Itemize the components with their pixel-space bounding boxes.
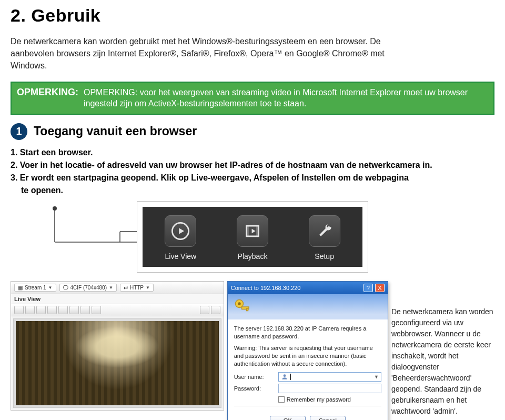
password-input[interactable] [278,384,381,393]
note-body: OPMERKING: voor het weergeven van stream… [84,87,488,109]
dialog-titlebar: Connect to 192.168.30.220 ? X [228,282,388,294]
protocol-value: HTTP [130,285,144,291]
film-icon [237,215,268,247]
toolbar-button[interactable] [25,306,35,314]
ok-button[interactable]: OK [270,416,306,420]
toolbar-button[interactable] [69,306,79,314]
resolution-dropdown[interactable]: 🖵 4CIF (704x480) ▼ [59,284,117,292]
play-circle-icon [165,215,196,247]
tile-label: Live View [152,252,209,261]
sidebar-caption: De netwerkcamera kan worden geconfiguree… [391,281,494,417]
user-icon [281,373,288,381]
toolbar-button[interactable] [211,306,220,314]
tile-label: Playback [224,252,281,261]
section-heading: 2. Gebruik [11,5,494,26]
protocol-dropdown[interactable]: ⇄ HTTP ▼ [120,284,154,292]
tiles-row: Live View Playback Setup [143,207,362,267]
svg-rect-14 [246,308,248,311]
tile-label: Setup [296,252,354,261]
stream-value: Stream 1 [25,285,46,291]
dialog-message-1: The server 192.168.30.220 at IP Camera r… [234,325,381,341]
username-label: User name: [234,374,278,380]
toolbar-button[interactable] [47,306,57,314]
keys-lock-icon [233,297,252,316]
resolution-value: 4CIF (704x480) [70,285,107,291]
monitor-icon: 🖵 [63,285,68,291]
chevron-down-icon[interactable]: ▼ [374,374,379,379]
signal-icon: ⇄ [124,285,128,291]
username-input[interactable]: ▼ [278,372,381,382]
dialog-warning: Warning: This server is requesting that … [234,344,381,368]
instruction-3-line2: te openen. [11,184,473,197]
live-view-window: ▦ Stream 1 ▼ 🖵 4CIF (704x480) ▼ ⇄ HTTP ▼… [11,281,224,411]
svg-rect-8 [247,226,249,236]
help-button[interactable]: ? [363,284,373,292]
step-header: 1 Toegang vanuit een browser [11,123,494,140]
grid-icon: ▦ [18,285,23,291]
stream-dropdown[interactable]: ▦ Stream 1 ▼ [14,284,56,292]
instruction-1: 1. Start een browser. [11,146,473,159]
live-view-tab-label: Live View [11,294,224,304]
chevron-down-icon: ▼ [146,285,150,290]
toolbar-button[interactable] [200,306,209,314]
tile-setup[interactable]: Setup [296,215,354,261]
step-number-badge: 1 [11,123,27,140]
chevron-down-icon: ▼ [109,285,113,290]
toolbar-button[interactable] [80,306,90,314]
toolbar-button[interactable] [14,306,24,314]
remember-label: Remember my password [287,396,351,403]
video-preview-image [16,321,219,405]
video-area [11,316,224,410]
instruction-3-line1: 3. Er wordt een startpagina geopend. Kli… [11,172,473,184]
remember-checkbox[interactable] [278,396,285,403]
tile-live-view[interactable]: Live View [152,215,209,261]
wrench-icon [309,215,340,247]
toolbar-button[interactable] [58,306,68,314]
username-caret [290,374,291,380]
intro-paragraph: De netwerkcamera kan worden gebruikt met… [11,35,410,72]
tile-playback[interactable]: Playback [224,215,281,261]
svg-point-12 [238,302,240,305]
close-button[interactable]: X [375,284,385,292]
svg-rect-9 [256,226,258,236]
svg-marker-10 [252,229,256,234]
toolbar-button[interactable] [92,306,101,314]
chevron-down-icon: ▼ [48,285,53,290]
live-view-toolbar: ▦ Stream 1 ▼ 🖵 4CIF (704x480) ▼ ⇄ HTTP ▼ [11,282,224,294]
password-label: Password: [234,385,278,392]
dialog-banner [228,294,388,319]
svg-marker-6 [179,228,184,234]
divider [234,406,381,406]
instruction-2: 2. Voer in het locatie- of adresveld van… [11,159,473,172]
cancel-button[interactable]: Cancel [310,416,346,420]
step-title: Toegang vanuit een browser [34,124,197,138]
note-callout: OPMERKING: OPMERKING: voor het weergeven… [11,82,494,115]
toolbar-button[interactable] [36,306,46,314]
svg-point-15 [283,374,286,377]
login-dialog: Connect to 192.168.30.220 ? X The server… [227,281,388,420]
note-label: OPMERKING: [17,87,78,98]
instruction-list: 1. Start een browser. 2. Voer in het loc… [11,146,473,197]
tiles-screenshot-frame: Live View Playback Setup [137,201,368,273]
live-view-button-row [11,304,224,316]
dialog-title-text: Connect to 192.168.30.220 [231,285,301,291]
